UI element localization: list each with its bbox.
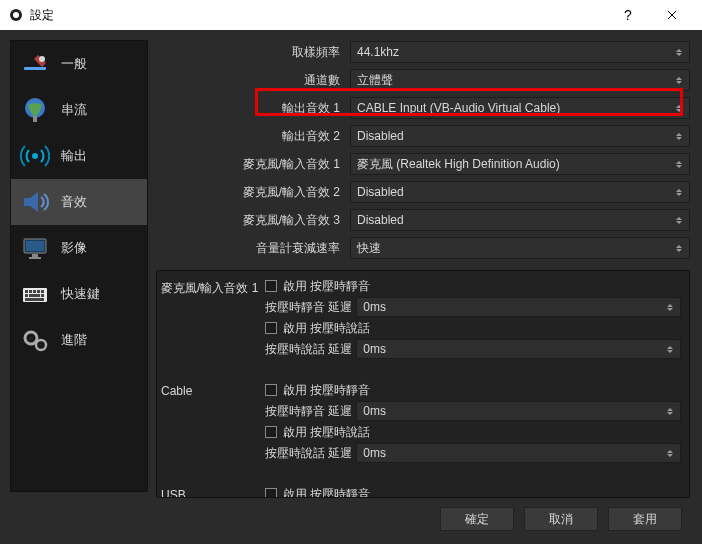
check-label: 啟用 按壓時靜音 xyxy=(283,486,370,499)
row-mute-delay: 按壓時靜音 延遲 0ms xyxy=(265,401,685,421)
main-panel: 取樣頻率 44.1khz 通道數 立體聲 輸出音效 1 CABLE Input … xyxy=(152,34,698,498)
device-block-2: USB 啟用 按壓時靜音 按壓時靜音 延遲 0ms xyxy=(161,485,685,498)
sidebar-item-general[interactable]: 一般 xyxy=(11,41,147,87)
select-sample-rate[interactable]: 44.1khz xyxy=(350,41,690,63)
spin-icon xyxy=(671,155,687,173)
delay-label: 按壓時說話 延遲 xyxy=(265,341,352,358)
svg-rect-10 xyxy=(29,257,41,259)
sidebar-item-label: 一般 xyxy=(61,55,87,73)
check-mute-enable[interactable]: 啟用 按壓時靜音 xyxy=(265,485,685,498)
cancel-button[interactable]: 取消 xyxy=(524,507,598,531)
device-name: 麥克風/輸入音效 1 xyxy=(161,277,261,359)
row-mic2: 麥克風/輸入音效 2 Disabled xyxy=(156,180,690,204)
select-value: 44.1khz xyxy=(357,45,399,59)
spin-icon xyxy=(662,403,678,419)
ok-button[interactable]: 確定 xyxy=(440,507,514,531)
label-mic3: 麥克風/輸入音效 3 xyxy=(156,212,344,229)
checkbox-icon xyxy=(265,488,277,498)
select-decay[interactable]: 快速 xyxy=(350,237,690,259)
broadcast-icon xyxy=(19,140,51,172)
apply-button[interactable]: 套用 xyxy=(608,507,682,531)
select-value: Disabled xyxy=(357,213,404,227)
spin-icon xyxy=(662,341,678,357)
label-mic2: 麥克風/輸入音效 2 xyxy=(156,184,344,201)
svg-rect-9 xyxy=(32,254,38,257)
sidebar: 一般 串流 輸出 音效 影像 xyxy=(10,40,148,492)
svg-rect-12 xyxy=(25,290,28,293)
svg-point-1 xyxy=(13,12,19,18)
select-value: 0ms xyxy=(363,300,386,314)
wrench-icon xyxy=(19,48,51,80)
help-button[interactable]: ? xyxy=(606,0,650,30)
svg-point-22 xyxy=(29,336,33,340)
sidebar-item-output[interactable]: 輸出 xyxy=(11,133,147,179)
delay-label: 按壓時靜音 延遲 xyxy=(265,299,352,316)
sidebar-item-audio[interactable]: 音效 xyxy=(11,179,147,225)
sidebar-item-label: 輸出 xyxy=(61,147,87,165)
select-value: 0ms xyxy=(363,404,386,418)
check-mute-enable[interactable]: 啟用 按壓時靜音 xyxy=(265,277,685,295)
checkbox-icon xyxy=(265,384,277,396)
checkbox-icon xyxy=(265,322,277,334)
delay-value[interactable]: 0ms xyxy=(356,443,681,463)
select-value: Disabled xyxy=(357,185,404,199)
label-desktop1: 輸出音效 1 xyxy=(156,100,344,117)
delay-value[interactable]: 0ms xyxy=(356,339,681,359)
check-mute-enable[interactable]: 啟用 按壓時靜音 xyxy=(265,381,685,399)
sidebar-item-stream[interactable]: 串流 xyxy=(11,87,147,133)
checkbox-icon xyxy=(265,426,277,438)
row-mic1: 麥克風/輸入音效 1 麥克風 (Realtek High Definition … xyxy=(156,152,690,176)
svg-point-6 xyxy=(32,153,38,159)
select-value: Disabled xyxy=(357,129,404,143)
select-value: 快速 xyxy=(357,240,381,257)
label-desktop2: 輸出音效 2 xyxy=(156,128,344,145)
sidebar-item-label: 進階 xyxy=(61,331,87,349)
label-channels: 通道數 xyxy=(156,72,344,89)
select-mic1[interactable]: 麥克風 (Realtek High Definition Audio) xyxy=(350,153,690,175)
row-talk-delay: 按壓時說話 延遲 0ms xyxy=(265,443,685,463)
check-talk-enable[interactable]: 啟用 按壓時說話 xyxy=(265,319,685,337)
spin-icon xyxy=(671,239,687,257)
svg-rect-18 xyxy=(29,294,40,297)
check-label: 啟用 按壓時靜音 xyxy=(283,382,370,399)
select-desktop1[interactable]: CABLE Input (VB-Audio Virtual Cable) xyxy=(350,97,690,119)
sidebar-item-advanced[interactable]: 進階 xyxy=(11,317,147,363)
select-channels[interactable]: 立體聲 xyxy=(350,69,690,91)
checkbox-icon xyxy=(265,280,277,292)
spin-icon xyxy=(671,211,687,229)
spin-icon xyxy=(671,99,687,117)
select-desktop2[interactable]: Disabled xyxy=(350,125,690,147)
device-block-1: Cable 啟用 按壓時靜音 按壓時靜音 延遲 0ms xyxy=(161,381,685,463)
sidebar-item-video[interactable]: 影像 xyxy=(11,225,147,271)
svg-point-24 xyxy=(40,344,43,347)
device-name: Cable xyxy=(161,381,261,463)
check-talk-enable[interactable]: 啟用 按壓時說話 xyxy=(265,423,685,441)
spin-icon xyxy=(671,127,687,145)
sidebar-item-hotkeys[interactable]: 快速鍵 xyxy=(11,271,147,317)
svg-rect-2 xyxy=(24,67,46,70)
label-mic1: 麥克風/輸入音效 1 xyxy=(156,156,344,173)
spin-icon xyxy=(671,183,687,201)
label-sample-rate: 取樣頻率 xyxy=(156,44,344,61)
row-channels: 通道數 立體聲 xyxy=(156,68,690,92)
row-mute-delay: 按壓時靜音 延遲 0ms xyxy=(265,297,685,317)
check-label: 啟用 按壓時說話 xyxy=(283,424,370,441)
svg-rect-20 xyxy=(25,298,44,301)
spin-icon xyxy=(662,445,678,461)
titlebar: 設定 ? xyxy=(0,0,702,30)
delay-value[interactable]: 0ms xyxy=(356,401,681,421)
row-desktop1: 輸出音效 1 CABLE Input (VB-Audio Virtual Cab… xyxy=(156,96,690,120)
check-label: 啟用 按壓時說話 xyxy=(283,320,370,337)
svg-rect-5 xyxy=(33,116,37,122)
close-button[interactable] xyxy=(650,0,694,30)
sidebar-item-label: 音效 xyxy=(61,193,87,211)
spin-icon xyxy=(662,299,678,315)
select-value: 0ms xyxy=(363,446,386,460)
select-mic2[interactable]: Disabled xyxy=(350,181,690,203)
delay-label: 按壓時說話 延遲 xyxy=(265,445,352,462)
globe-icon xyxy=(19,94,51,126)
delay-value[interactable]: 0ms xyxy=(356,297,681,317)
select-value: 立體聲 xyxy=(357,72,393,89)
spin-icon xyxy=(671,43,687,61)
select-mic3[interactable]: Disabled xyxy=(350,209,690,231)
